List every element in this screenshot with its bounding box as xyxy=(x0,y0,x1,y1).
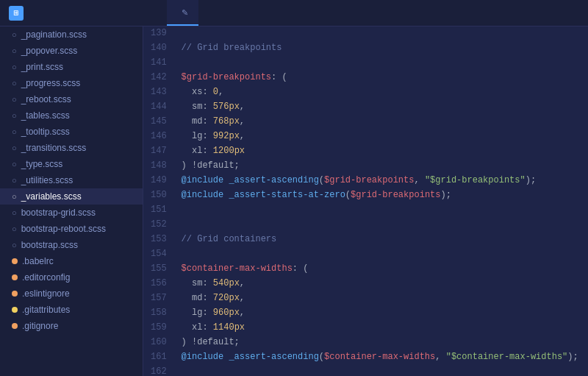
sidebar-item--type-scss[interactable]: ○_type.scss xyxy=(0,156,143,172)
sidebar-item--babelrc[interactable]: .babelrc xyxy=(0,253,143,269)
line-number: 149 xyxy=(151,174,167,188)
code-token: 1200px xyxy=(213,144,245,158)
sidebar-item-label: .eslintignore xyxy=(22,288,70,299)
code-token: , xyxy=(240,115,245,129)
prev-tab-button[interactable] xyxy=(143,0,155,26)
code-line xyxy=(182,218,581,233)
sidebar-item-label: _reboot.scss xyxy=(21,94,71,104)
sidebar-item-bootstrap-grid-scss[interactable]: ○bootstrap-grid.scss xyxy=(0,205,143,221)
line-number: 151 xyxy=(151,203,167,218)
line-number: 154 xyxy=(151,247,167,262)
dot-orange-icon xyxy=(12,258,18,264)
file-icon: ○ xyxy=(12,143,17,152)
sidebar-item--tables-scss[interactable]: ○_tables.scss xyxy=(0,107,143,124)
sidebar-item-label: .editorconfig xyxy=(22,272,70,283)
main-area: ○_pagination.scss○_popover.scss○_print.s… xyxy=(0,26,588,376)
sidebar-item--pagination-scss[interactable]: ○_pagination.scss xyxy=(0,26,143,43)
code-token: $grid-breakpoints xyxy=(351,188,440,202)
code-token: ); xyxy=(526,174,536,188)
code-line: sm: 540px, xyxy=(182,277,581,291)
sidebar-item-label: .babelrc xyxy=(22,256,54,266)
code-token: ) !default; xyxy=(182,336,240,350)
sidebar-item--gitignore[interactable]: .gitignore xyxy=(0,318,143,334)
code-token: , xyxy=(240,100,245,114)
header-tabs: ✎ xyxy=(143,0,588,26)
code-token: xl: xyxy=(182,321,213,335)
code-token: , xyxy=(240,306,245,320)
sidebar-item--tooltip-scss[interactable]: ○_tooltip.scss xyxy=(0,124,143,140)
file-icon: ○ xyxy=(12,208,17,217)
sidebar-item-label: .gitignore xyxy=(22,321,58,331)
file-icon: ○ xyxy=(12,176,17,185)
code-line: xs: 0, xyxy=(182,85,581,100)
code-token: , xyxy=(218,85,223,99)
sidebar-item--transitions-scss[interactable]: ○_transitions.scss xyxy=(0,140,143,156)
code-line xyxy=(182,203,581,218)
line-number: 159 xyxy=(151,321,167,336)
code-token: xl: xyxy=(182,144,213,158)
sidebar-item--variables-scss[interactable]: ○_variables.scss xyxy=(0,188,143,205)
active-tab[interactable]: ✎ xyxy=(167,0,198,26)
sidebar-item-label: _variables.scss xyxy=(21,191,82,202)
line-number: 146 xyxy=(151,130,167,144)
sidebar-item--print-scss[interactable]: ○_print.scss xyxy=(0,59,143,75)
code-token: ( xyxy=(319,174,324,188)
code-line: ) !default; xyxy=(182,336,581,350)
line-number: 142 xyxy=(151,71,167,85)
code-line: // Grid containers xyxy=(182,233,581,247)
sidebar-item--gitattributes[interactable]: .gitattributes xyxy=(0,302,143,318)
next-tab-button[interactable] xyxy=(155,0,167,26)
code-line: md: 720px, xyxy=(182,291,581,306)
sidebar-item-label: _progress.scss xyxy=(21,78,81,88)
sidebar-item-bootstrap-scss[interactable]: ○bootstrap.scss xyxy=(0,237,143,253)
sidebar-item--editorconfig[interactable]: .editorconfig xyxy=(0,269,143,285)
code-token: md: xyxy=(182,115,213,129)
file-icon: ○ xyxy=(12,79,17,88)
sidebar-item--utilities-scss[interactable]: ○_utilities.scss xyxy=(0,172,143,188)
sidebar-item--reboot-scss[interactable]: ○_reboot.scss xyxy=(0,91,143,107)
code-token: "$container-max-widths" xyxy=(446,350,568,364)
sidebar-item-label: bootstrap.scss xyxy=(21,240,78,250)
sidebar-item-bootstrap-reboot-scss[interactable]: ○bootstrap-reboot.scss xyxy=(0,221,143,237)
line-number: 144 xyxy=(151,100,167,115)
line-number: 150 xyxy=(151,188,167,203)
sidebar-item--progress-scss[interactable]: ○_progress.scss xyxy=(0,75,143,91)
code-token: , xyxy=(240,291,245,305)
code-token: ); xyxy=(440,188,456,202)
sidebar-item-label: _utilities.scss xyxy=(21,175,74,185)
line-number: 157 xyxy=(151,291,167,306)
code-line xyxy=(182,365,581,376)
code-token: , xyxy=(240,277,245,291)
code-token: sm: xyxy=(182,277,213,291)
code-token: ); xyxy=(567,350,578,364)
line-number: 158 xyxy=(151,306,167,321)
code-line: lg: 960px, xyxy=(182,306,581,321)
edit-icon: ✎ xyxy=(182,8,188,18)
code-token: : ( xyxy=(271,71,287,85)
line-number: 139 xyxy=(151,26,167,41)
logo-icon: ⊞ xyxy=(9,6,24,21)
code-token: 960px xyxy=(213,306,240,320)
sidebar-item-label: _tables.scss xyxy=(21,110,70,121)
code-line: lg: 992px, xyxy=(182,130,581,144)
code-token: , xyxy=(435,350,445,364)
code-content[interactable]: // Grid breakpoints$grid-breakpoints: ( … xyxy=(174,26,588,376)
code-area[interactable]: 1391401411421431441451461471481491501511… xyxy=(143,26,588,376)
code-line xyxy=(182,26,581,41)
code-line: $grid-breakpoints: ( xyxy=(182,71,581,85)
sidebar-item--eslintignore[interactable]: .eslintignore xyxy=(0,285,143,302)
line-number: 153 xyxy=(151,233,167,247)
dot-yellow-icon xyxy=(12,307,18,313)
code-line: xl: 1140px xyxy=(182,321,581,336)
file-icon: ○ xyxy=(12,127,17,136)
sidebar-item-label: bootstrap-reboot.scss xyxy=(21,224,106,234)
code-token: // Grid containers xyxy=(182,233,277,246)
sidebar-item--popover-scss[interactable]: ○_popover.scss xyxy=(0,43,143,59)
dot-orange-icon xyxy=(12,323,18,329)
dot-orange-icon xyxy=(12,291,18,297)
code-token: xs: xyxy=(182,85,213,99)
sidebar-item-label: _transitions.scss xyxy=(21,143,87,153)
sidebar-item-label: _type.scss xyxy=(21,159,63,169)
file-icon: ○ xyxy=(12,160,17,169)
code-token: lg: xyxy=(182,130,213,143)
